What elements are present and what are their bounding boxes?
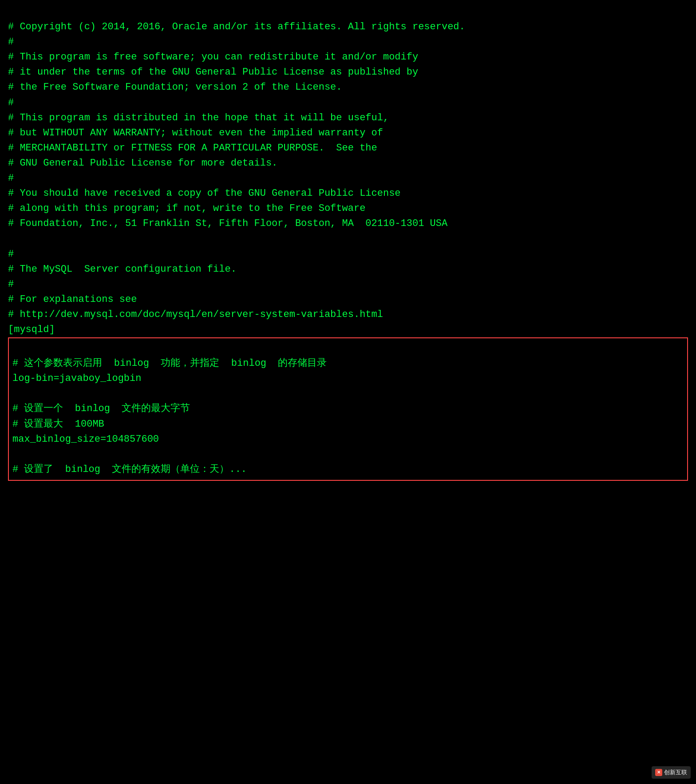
line-1: # Copyright (c) 2014, 2016, Oracle and/o… (8, 21, 465, 32)
watermark: ✕ 创新互联 (652, 766, 691, 779)
line-3: # This program is free software; you can… (8, 51, 418, 63)
watermark-icon: ✕ (655, 769, 662, 776)
highlighted-config-block: # 这个参数表示启用 binlog 功能，并指定 binlog 的存储目录 lo… (8, 337, 688, 481)
highlighted-line-8: # 设置了 binlog 文件的有效期（单位：天）... (12, 464, 247, 475)
line-9: # MERCHANTABILITY or FITNESS FOR A PARTI… (8, 143, 377, 154)
line-7: # This program is distributed in the hop… (8, 112, 389, 123)
line-4: # it under the terms of the GNU General … (8, 67, 418, 78)
line-17: # The MySQL Server configuration file. (8, 264, 237, 275)
line-2: # (8, 36, 14, 48)
mysqld-label: [mysqld] (8, 322, 688, 337)
line-12: # You should have received a copy of the… (8, 188, 401, 199)
header-comments: # Copyright (c) 2014, 2016, Oracle and/o… (8, 4, 688, 322)
line-10: # GNU General Public License for more de… (8, 158, 277, 169)
highlighted-line-5: # 设置最大 100MB (12, 419, 104, 430)
highlighted-line-4: # 设置一个 binlog 文件的最大字节 (12, 403, 190, 414)
line-19: # For explanations see (8, 294, 137, 305)
line-20: # http://dev.mysql.com/doc/mysql/en/serv… (8, 309, 383, 320)
highlighted-line-2: log-bin=javaboy_logbin (12, 373, 141, 384)
watermark-text: 创新互联 (664, 768, 687, 777)
highlighted-line-1: # 这个参数表示启用 binlog 功能，并指定 binlog 的存储目录 (12, 358, 327, 369)
line-13: # along with this program; if not, write… (8, 203, 365, 214)
line-6: # (8, 97, 14, 108)
line-11: # (8, 173, 14, 184)
line-5: # the Free Software Foundation; version … (8, 82, 342, 93)
line-16: # (8, 249, 14, 260)
highlighted-line-6: max_binlog_size=104857600 (12, 434, 159, 445)
terminal-content: # Copyright (c) 2014, 2016, Oracle and/o… (8, 4, 688, 481)
line-8: # but WITHOUT ANY WARRANTY; without even… (8, 127, 383, 139)
line-14: # Foundation, Inc., 51 Franklin St, Fift… (8, 218, 447, 229)
line-18: # (8, 279, 14, 290)
